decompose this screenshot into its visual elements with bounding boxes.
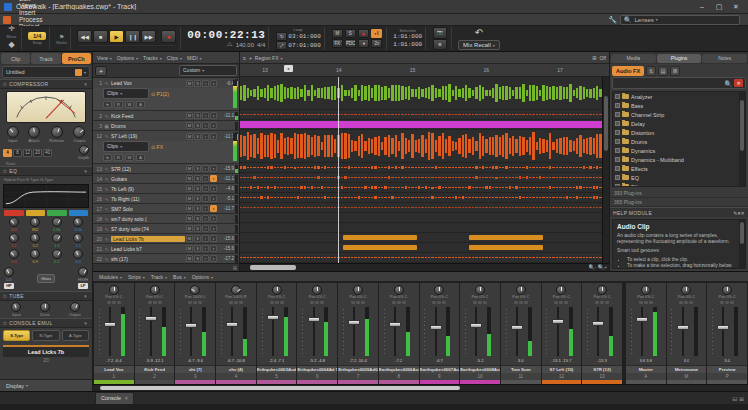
clip-lane-13[interactable] (240, 243, 609, 253)
release-knob[interactable] (51, 126, 63, 138)
layout-button[interactable]: ⊠ (670, 66, 680, 76)
strip-mini-button[interactable] (107, 301, 111, 304)
strip-mini-button[interactable] (402, 301, 406, 304)
arm-button[interactable]: ○ (202, 175, 209, 182)
console-type-a-type[interactable]: A-Type (62, 330, 89, 341)
folder-checkbox[interactable] (615, 175, 620, 180)
rewind-button[interactable]: ◀◀ (77, 30, 92, 43)
help-scrollbar[interactable] (739, 220, 745, 268)
strip-mini-button[interactable] (432, 301, 436, 304)
strip-mini-button[interactable] (361, 301, 365, 304)
archive-button[interactable]: A (136, 154, 145, 161)
pdc-button[interactable]: PDC (345, 39, 357, 48)
track-volume-db[interactable]: -6.4 (218, 81, 234, 86)
plugin-folder-channel-strip[interactable]: Channel Strip (613, 110, 745, 119)
track-volume-db[interactable]: -11.7 (218, 206, 234, 211)
strip-mini-button[interactable] (148, 301, 152, 304)
input-echo-button[interactable]: ◗ (210, 165, 217, 172)
solo-button[interactable]: S (194, 133, 201, 140)
strip-name[interactable]: S7 Left (19) (542, 365, 582, 373)
browser-tab-notes[interactable]: Notes (702, 54, 747, 63)
strip-mini-button[interactable] (639, 301, 643, 304)
mixer-menu-options[interactable]: Options (190, 274, 215, 280)
mute-button[interactable]: M (186, 112, 193, 119)
power-icon[interactable]: ⏻ (3, 168, 7, 175)
strip-mini-button[interactable] (720, 301, 724, 304)
playhead-line[interactable] (338, 77, 339, 263)
mute-button[interactable]: M (186, 133, 193, 140)
track-volume-db[interactable]: -15.6 (218, 246, 234, 251)
eq-gain-knob-3[interactable] (52, 233, 62, 243)
console-tab-close-icon[interactable]: ✕ (124, 393, 128, 404)
plugin-folder-distortion[interactable]: Distortion (613, 128, 745, 137)
ratio-12-button[interactable]: 12 (23, 149, 32, 157)
strip-mini-button[interactable] (188, 301, 192, 304)
pan-knob[interactable] (109, 285, 119, 295)
tool-move[interactable]: ✛Move (5, 26, 18, 39)
track-volume-db[interactable]: -15.9 (218, 166, 234, 171)
plugin-folder-dynamics-multiband[interactable]: Dynamics - Multiband (613, 155, 745, 164)
arrange-vscrollbar[interactable] (602, 77, 609, 263)
solo-button[interactable]: S (194, 225, 201, 232)
folder-checkbox[interactable] (615, 157, 620, 162)
pan-knob[interactable] (150, 285, 160, 295)
input-knob[interactable] (7, 126, 19, 138)
strip-mini-button[interactable] (564, 301, 568, 304)
strip-mini-button[interactable] (483, 301, 487, 304)
strip-mini-button[interactable] (112, 301, 116, 304)
eq-q-knob-2[interactable] (30, 249, 40, 259)
arrange-hscrollbar[interactable]: 🔍- 🔍+ (240, 263, 609, 271)
plugin-folder-dynamics[interactable]: Dynamics (613, 146, 745, 155)
ratio-40-button[interactable]: 40 (43, 149, 52, 157)
strip-mini-button[interactable] (275, 301, 279, 304)
arm-button[interactable]: ○ (202, 215, 209, 222)
tool-edit[interactable]: ◆Edit (5, 39, 18, 53)
automation-icon[interactable]: ≋ (103, 101, 112, 108)
selection-start-time[interactable]: 1:01:000 (393, 33, 422, 41)
track-row-1[interactable]: 1∿Lead VoxMS○◗-6.4Clips⊙ P1(2)≋RWA (93, 78, 239, 111)
eq-freq-knob-2[interactable] (30, 217, 40, 227)
strip-name[interactable]: Earthqukes0006Au7 (379, 365, 419, 373)
track-row-2[interactable]: 2∿Kick FeedMS○◗-11.1 (93, 111, 239, 121)
strip-mini-button[interactable] (117, 301, 121, 304)
eq-curve-display[interactable] (3, 184, 89, 208)
track-row-14[interactable]: 14∿GuitarsMS○◗-11.1 (93, 174, 239, 184)
browser-tab-plugins[interactable]: Plugins (657, 54, 702, 63)
plugin-folder-bass[interactable]: Bass (613, 101, 745, 110)
help-close-icon[interactable]: ✕ (741, 210, 746, 216)
track-name[interactable]: Lead Vox (111, 80, 185, 86)
gloss-button[interactable]: Gloss (37, 274, 55, 283)
strip-mini-button[interactable] (153, 301, 157, 304)
folder-checkbox[interactable] (615, 112, 620, 117)
pan-knob[interactable] (722, 285, 732, 295)
lp-button[interactable]: LP (78, 283, 87, 289)
mute-button[interactable]: M (186, 225, 193, 232)
track-row-19[interactable]: 19∿S7 durty solo (74MS○◗ (93, 224, 239, 234)
mixer-strip-10[interactable]: Pan 0% C-5.2Earthqukes0008Au710 (460, 283, 500, 384)
track-name[interactable]: 7b Left (9) (111, 186, 185, 192)
mix-recall-dropdown[interactable]: Mix Recall (458, 40, 500, 50)
clips-dropdown[interactable]: Clips (103, 141, 149, 152)
strip-name[interactable]: Kick Feed (135, 365, 175, 373)
arm-button[interactable]: ○ (202, 112, 209, 119)
fader-handle[interactable] (348, 320, 360, 325)
solo-button[interactable]: S (194, 185, 201, 192)
grid-icon[interactable]: ⊞ (592, 55, 596, 61)
strip-mini-button[interactable] (605, 301, 609, 304)
strip-mini-button[interactable] (600, 301, 604, 304)
arm-button[interactable]: ○ (202, 122, 209, 129)
lo-knob[interactable] (4, 267, 14, 277)
folder-checkbox[interactable] (615, 139, 620, 144)
compressor-header[interactable]: ⏻ COMPRESSOR ▾ (0, 79, 92, 89)
input-echo-button[interactable]: ◗ (210, 235, 217, 242)
strip-mini-button[interactable] (270, 301, 274, 304)
track-row-17[interactable]: 17∿SM7 SoloMS○◗-11.7 (93, 204, 239, 214)
mixer-menu-strips[interactable]: Strips (126, 274, 147, 280)
read-button[interactable]: R (114, 101, 123, 108)
browser-tab-media[interactable]: Media (611, 54, 656, 63)
console-emul-header[interactable]: ⏻ CONSOLE EMUL ▾ (0, 318, 92, 328)
fader-handle[interactable] (717, 325, 729, 330)
plugin-folder-eq[interactable]: EQ (613, 173, 745, 182)
inspector-tab-clip[interactable]: Clip (1, 53, 30, 64)
hp-button[interactable]: HP (4, 283, 14, 289)
